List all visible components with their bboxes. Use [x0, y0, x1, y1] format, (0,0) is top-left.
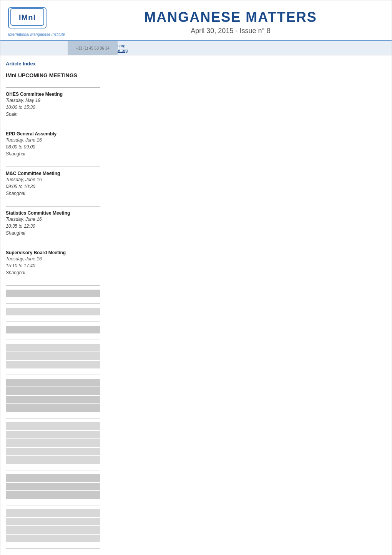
meeting-name-2: EPD General Assembly: [6, 131, 100, 137]
stripe-15: [6, 456, 100, 464]
meeting-details-4: Tuesday, June 16 10:35 to 12:30 Shanghai: [6, 216, 100, 237]
divider-11: [6, 418, 100, 418]
stripe-20: [6, 518, 100, 525]
meeting-item-5: Supervisory Board Meeting Tuesday, June …: [6, 250, 100, 276]
logo-area: IMnI International Manganese Institute: [8, 7, 70, 37]
meeting-name-5: Supervisory Board Meeting: [6, 250, 100, 255]
divider-1: [6, 87, 100, 88]
stripe-12: [6, 431, 100, 438]
stripe-block-7: [6, 474, 100, 499]
stripe-22: [6, 535, 100, 542]
divider-2: [6, 127, 100, 127]
divider-6: [6, 285, 100, 286]
info-bar: +33 (1) 45 63 06 34 E-mail : info@mangan…: [0, 41, 392, 55]
stripe-block-6: [6, 422, 100, 464]
svg-text:IMnI: IMnI: [19, 13, 36, 22]
sidebar-spacer: [6, 553, 100, 555]
stripe-9: [6, 396, 100, 403]
meeting-item-3: M&C Committee Meeting Tuesday, June 16 0…: [6, 171, 100, 197]
meeting-item-2: EPD General Assembly Tuesday, June 16 08…: [6, 131, 100, 157]
meeting-item-1: OHES Committee Meeting Tuesday, May 19 1…: [6, 92, 100, 118]
stripe-11: [6, 422, 100, 430]
divider-14: [6, 548, 100, 549]
stripe-6: [6, 361, 100, 368]
divider-5: [6, 246, 100, 246]
stripe-1: [6, 290, 100, 297]
meeting-details-2: Tuesday, June 16 08:00 to 09:00 Shanghai: [6, 137, 100, 157]
divider-4: [6, 206, 100, 207]
stripe-block-2: [6, 308, 100, 315]
stripe-18: [6, 491, 100, 499]
meeting-name-3: M&C Committee Meeting: [6, 171, 100, 176]
meeting-name-1: OHES Committee Meeting: [6, 92, 100, 97]
meeting-details-3: Tuesday, June 16 09:05 to 10:30 Shanghai: [6, 176, 100, 197]
stripe-block-8: [6, 509, 100, 542]
article-index-link[interactable]: Article Index: [6, 61, 100, 67]
divider-7: [6, 303, 100, 304]
divider-13: [6, 505, 100, 505]
divider-9: [6, 340, 100, 340]
stripe-7: [6, 379, 100, 387]
logo-text: IMnI: [10, 8, 45, 28]
meeting-item-4: Statistics Committee Meeting Tuesday, Ju…: [6, 210, 100, 237]
stripe-17: [6, 483, 100, 490]
stripe-4: [6, 344, 100, 352]
stripe-10: [6, 404, 100, 412]
title-area: MANGANESE MATTERS April 30, 2015 - Issue…: [70, 9, 384, 35]
meeting-details-5: Tuesday, June 16 15:10 to 17:40 Shanghai: [6, 255, 100, 276]
sidebar: Article Index IMnI UPCOMING MEETINGS OHE…: [0, 55, 106, 555]
divider-3: [6, 167, 100, 167]
header: IMnI International Manganese Institute M…: [0, 0, 392, 41]
divider-10: [6, 375, 100, 375]
stripe-5: [6, 352, 100, 360]
stripe-block-1: [6, 290, 100, 297]
stripe-block-3: [6, 326, 100, 333]
stripe-13: [6, 439, 100, 447]
sub-title: April 30, 2015 - Issue n° 8: [77, 27, 384, 35]
main-content: [106, 55, 392, 555]
logo-box: IMnI: [8, 7, 47, 28]
meeting-name-4: Statistics Committee Meeting: [6, 210, 100, 216]
divider-8: [6, 322, 100, 322]
meeting-details-1: Tuesday, May 19 10:00 to 15:30 Spain: [6, 97, 100, 118]
stripe-block-5: [6, 379, 100, 412]
stripe-21: [6, 526, 100, 534]
stripe-2: [6, 308, 100, 315]
main-title: MANGANESE MATTERS: [77, 9, 384, 25]
stripe-14: [6, 448, 100, 455]
content-area: Article Index IMnI UPCOMING MEETINGS OHE…: [0, 55, 392, 555]
stripe-8: [6, 387, 100, 395]
stripe-3: [6, 326, 100, 333]
page-wrapper: IMnI International Manganese Institute M…: [0, 0, 392, 555]
divider-12: [6, 470, 100, 470]
stripe-block-4: [6, 344, 100, 368]
phone-overlay: +33 (1) 45 63 06 34: [68, 41, 118, 55]
stripe-19: [6, 509, 100, 517]
upcoming-meetings-title: IMnI UPCOMING MEETINGS: [6, 72, 100, 79]
org-name-label: International Manganese Institute: [8, 32, 65, 37]
stripe-16: [6, 474, 100, 482]
